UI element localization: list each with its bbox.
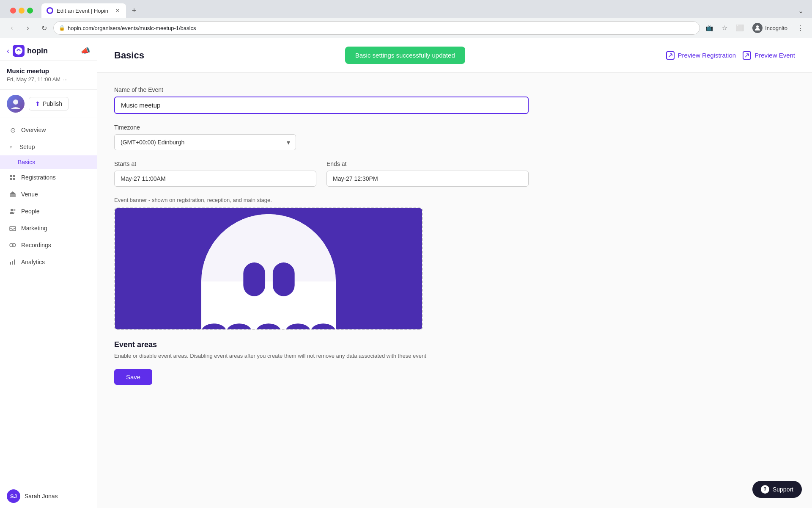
sidebar-item-overview[interactable]: ⊙ Overview [0, 121, 97, 138]
form-body: Name of the Event Timezone (GMT+00:00) E… [97, 73, 546, 398]
svg-rect-4 [10, 175, 12, 177]
menu-btn[interactable]: ⋮ [793, 21, 807, 35]
svg-point-13 [12, 243, 16, 247]
back-btn[interactable]: ‹ [5, 21, 19, 35]
svg-rect-26 [273, 262, 295, 296]
publish-button[interactable]: ⬆ Publish [29, 97, 69, 110]
main-content: Basics Basic settings successfully updat… [97, 38, 812, 508]
event-name-label: Name of the Event [114, 86, 529, 93]
user-avatar: SJ [7, 489, 20, 503]
chevron-down-icon: ▾ [7, 143, 15, 151]
sidebar-item-label-registrations: Registrations [21, 174, 56, 181]
registrations-icon [8, 173, 17, 182]
venue-icon [8, 190, 17, 199]
maximize-window-btn[interactable] [27, 8, 33, 14]
sidebar-footer: SJ Sarah Jonas [0, 484, 97, 508]
sidebar-item-basics[interactable]: Basics [0, 155, 97, 169]
event-areas-section: Event areas Enable or disable event area… [114, 340, 529, 359]
forward-btn[interactable]: › [21, 21, 35, 35]
event-name-input[interactable] [114, 97, 529, 114]
svg-rect-7 [13, 178, 15, 180]
banner-upload-area[interactable] [114, 207, 423, 330]
sidebar-item-people[interactable]: People [0, 203, 97, 220]
incognito-icon [752, 23, 763, 33]
preview-event-btn[interactable]: Preview Event [743, 51, 795, 60]
bookmark-icon[interactable]: ☆ [718, 21, 731, 35]
minimize-window-btn[interactable] [19, 8, 25, 14]
svg-rect-25 [243, 262, 265, 296]
svg-rect-16 [14, 260, 15, 265]
event-areas-title: Event areas [114, 340, 529, 349]
timezone-group: Timezone (GMT+00:00) Edinburgh (GMT+00:0… [114, 124, 529, 150]
svg-rect-14 [10, 262, 11, 265]
sidebar-item-marketing[interactable]: Marketing [0, 220, 97, 237]
sidebar-event-date: Fri, May 27, 11:00 AM ··· [7, 76, 90, 83]
success-message: Basic settings successfully updated [355, 52, 455, 59]
sidebar-item-analytics[interactable]: Analytics [0, 254, 97, 271]
form-actions: Save [114, 369, 529, 385]
event-date-more-btn[interactable]: ··· [63, 76, 68, 83]
sidebar-item-recordings[interactable]: Recordings [0, 237, 97, 254]
timezone-label: Timezone [114, 124, 529, 131]
notification-btn[interactable]: 📣 [81, 46, 90, 55]
svg-rect-5 [13, 175, 15, 177]
main-header: Basics Basic settings successfully updat… [97, 38, 812, 73]
address-bar[interactable]: 🔒 hopin.com/organisers/events/music-meet… [53, 21, 700, 35]
back-to-dashboard-btn[interactable]: ‹ [7, 47, 9, 55]
browser-toolbar: ‹ › ↻ 🔒 hopin.com/organisers/events/musi… [0, 18, 812, 38]
recordings-icon [8, 241, 17, 249]
svg-rect-19 [201, 282, 336, 330]
close-window-btn[interactable] [10, 8, 16, 14]
new-tab-btn[interactable]: + [128, 4, 140, 17]
sidebar-item-venue[interactable]: Venue [0, 186, 97, 203]
page-title: Basics [114, 50, 144, 61]
support-icon: ? [761, 485, 769, 494]
preview-event-label: Preview Event [754, 52, 795, 59]
svg-rect-15 [12, 261, 13, 265]
ends-at-input[interactable] [326, 171, 529, 187]
overview-icon: ⊙ [8, 126, 17, 134]
tab-close-btn[interactable]: ✕ [114, 7, 121, 14]
tab-title: Edit an Event | Hopin [57, 8, 111, 14]
incognito-btn[interactable]: Incognito [748, 21, 792, 35]
tab-list-btn[interactable]: ⌄ [794, 4, 807, 17]
browser-chrome: Edit an Event | Hopin ✕ + ⌄ ‹ › ↻ 🔒 hopi… [0, 0, 812, 38]
extensions-icon[interactable]: ⬜ [733, 21, 746, 35]
active-browser-tab[interactable]: Edit an Event | Hopin ✕ [41, 3, 126, 18]
sidebar-event-name: Music meetup [7, 67, 90, 75]
event-info: Music meetup Fri, May 27, 11:00 AM ··· [0, 61, 97, 90]
reload-btn[interactable]: ↻ [37, 21, 51, 35]
dates-row: Starts at Ends at [114, 160, 529, 187]
nav-section: ⊙ Overview ▾ Setup Basics Registrations [0, 118, 97, 274]
publish-label: Publish [43, 100, 62, 107]
preview-registration-btn[interactable]: Preview Registration [666, 51, 736, 60]
hopin-logo: hopin [13, 45, 48, 57]
svg-point-10 [14, 209, 16, 211]
cast-icon[interactable]: 📺 [702, 21, 716, 35]
banner-label: Event banner - shown on registration, re… [114, 197, 529, 203]
banner-image [115, 208, 422, 329]
starts-at-label: Starts at [114, 160, 316, 167]
app-container: ‹ hopin 📣 Music meetup Fri, May 27, 11:0… [0, 38, 812, 508]
sidebar-item-setup[interactable]: ▾ Setup [0, 138, 97, 155]
hopin-logo-text: hopin [27, 47, 48, 55]
external-link-icon [666, 51, 675, 60]
timezone-select-wrapper: (GMT+00:00) Edinburgh (GMT+00:00) London… [114, 134, 296, 150]
user-name: Sarah Jonas [25, 493, 58, 500]
ends-at-group: Ends at [326, 160, 529, 187]
svg-point-3 [13, 99, 18, 105]
success-toast: Basic settings successfully updated [345, 47, 465, 64]
sidebar-item-registrations[interactable]: Registrations [0, 169, 97, 186]
support-button[interactable]: ? Support [752, 481, 802, 498]
organizer-avatar [7, 95, 25, 113]
save-button[interactable]: Save [114, 369, 152, 385]
sidebar-item-label-analytics: Analytics [21, 259, 45, 265]
timezone-select[interactable]: (GMT+00:00) Edinburgh (GMT+00:00) London… [114, 134, 296, 150]
starts-at-input[interactable] [114, 171, 316, 187]
address-text: hopin.com/organisers/events/music-meetup… [68, 25, 694, 31]
marketing-icon [8, 224, 17, 232]
support-label: Support [773, 486, 793, 493]
sidebar-item-label-venue: Venue [21, 191, 38, 198]
toolbar-actions: 📺 ☆ ⬜ Incognito ⋮ [702, 21, 807, 35]
svg-point-1 [756, 25, 759, 28]
